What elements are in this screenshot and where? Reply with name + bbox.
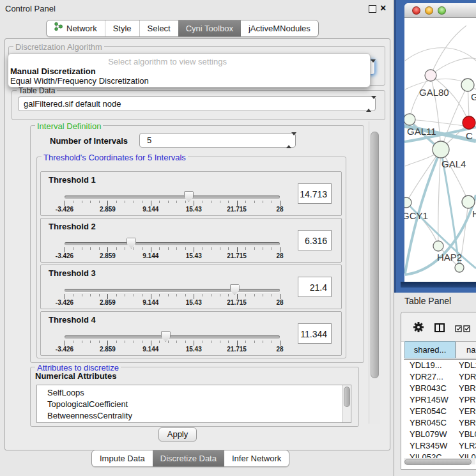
- close-icon[interactable]: ×: [380, 1, 386, 15]
- minimize-traffic-light[interactable]: [425, 6, 433, 15]
- threshold-value-field[interactable]: 6.316: [298, 230, 332, 250]
- slider-tick: [185, 201, 186, 203]
- threshold-value-field[interactable]: 14.713: [298, 183, 332, 204]
- panel-title: Control Panel: [5, 4, 56, 13]
- gear-icon[interactable]: [413, 321, 424, 333]
- slider-tick: [272, 294, 272, 296]
- network-window-titlebar[interactable]: [404, 3, 476, 18]
- threshold-slider[interactable]: [65, 242, 280, 245]
- tab-infer-network[interactable]: Infer Network: [224, 450, 289, 466]
- column-header-name[interactable]: na...: [456, 341, 476, 358]
- popup-item-equal-width-frequency[interactable]: Equal Width/Frequency Discretization: [10, 76, 149, 86]
- cell-shared-name[interactable]: YBR043C: [410, 383, 447, 393]
- slider-tick: [107, 294, 108, 299]
- popup-item-manual-discretization[interactable]: Manual Discretization: [10, 66, 96, 76]
- threshold-slider[interactable]: [65, 335, 280, 339]
- settings-scrollbar-thumb[interactable]: [371, 132, 379, 378]
- table-data-combobox[interactable]: galFiltered.sif default node: [18, 96, 376, 111]
- slider-tick-label: 15.43: [186, 299, 202, 306]
- cell-shared-name[interactable]: YDL19...: [410, 360, 442, 370]
- checkbox-icon[interactable]: [455, 325, 462, 332]
- threshold-panel-1: Threshold 1 -3.4262.8599.14415.4321.7152…: [40, 171, 342, 216]
- cell-name[interactable]: YPR1: [459, 395, 476, 404]
- slider-tick-label: -3.426: [56, 299, 73, 306]
- slider-tick-label: 28: [276, 252, 283, 259]
- slider-tick: [263, 247, 263, 250]
- attributes-list[interactable]: SelfLoopsTopologicalCoefficientBetweenne…: [36, 385, 351, 423]
- tab-select[interactable]: Select: [139, 20, 178, 36]
- attributes-list-scrollbar[interactable]: [342, 385, 351, 422]
- table-row[interactable]: YDR27...YDR2: [404, 372, 476, 383]
- cell-name[interactable]: YLR3: [459, 441, 476, 450]
- checkbox-icon[interactable]: [463, 325, 470, 332]
- tab-network[interactable]: Network: [47, 20, 105, 36]
- slider-tick-label: -3.426: [56, 346, 73, 353]
- threshold-slider[interactable]: [65, 196, 280, 199]
- table-row[interactable]: YLR345WYLR3: [404, 441, 476, 452]
- network-node-small-bottom[interactable]: [455, 263, 464, 272]
- slider-tick-label: 28: [276, 206, 283, 213]
- slider-tick: [159, 247, 160, 250]
- cell-name[interactable]: YBL0: [459, 429, 476, 439]
- cell-name[interactable]: YER0: [459, 406, 476, 416]
- threshold-panel-3: Threshold 3 -3.4262.8599.14415.4321.7152…: [40, 265, 342, 309]
- attribute-list-item[interactable]: BetweennessCentrality: [37, 410, 351, 422]
- network-node-gal80[interactable]: [425, 70, 436, 81]
- table-h-scrollbar[interactable]: [404, 458, 475, 464]
- settings-scrollbar[interactable]: [369, 121, 380, 424]
- split-panel-icon[interactable]: [434, 323, 445, 332]
- apply-button[interactable]: Apply: [158, 427, 197, 441]
- cell-name[interactable]: YDR2: [459, 372, 476, 381]
- cell-shared-name[interactable]: YBL079W: [410, 429, 447, 439]
- number-of-intervals-combobox[interactable]: 5: [139, 133, 296, 148]
- cell-shared-name[interactable]: YPR145W: [410, 395, 449, 404]
- slider-tick: [237, 247, 238, 252]
- table-header-row: shared... na...: [404, 341, 476, 360]
- table-row[interactable]: YBL079WYBL0: [404, 429, 476, 441]
- attributes-list-scrollbar-thumb[interactable]: [344, 387, 350, 407]
- zoom-traffic-light[interactable]: [438, 6, 446, 15]
- threshold-value-field[interactable]: 11.344: [298, 323, 332, 344]
- network-node-gcy1[interactable]: [404, 197, 411, 208]
- table-row[interactable]: YBR043CYBR0: [404, 383, 476, 395]
- attribute-list-item[interactable]: SelfLoops: [37, 385, 351, 399]
- table-h-scrollbar-thumb[interactable]: [404, 459, 472, 465]
- cell-shared-name[interactable]: YBR045C: [410, 418, 447, 427]
- network-graph[interactable]: GAL80GACGAL11GAL4GCY1HHAP2: [404, 17, 476, 282]
- cell-name[interactable]: YDL1: [459, 360, 476, 370]
- network-node-top-right[interactable]: [461, 79, 474, 91]
- close-traffic-light[interactable]: [412, 6, 420, 15]
- slider-tick: [65, 294, 65, 299]
- cell-name[interactable]: YBR0: [459, 418, 476, 427]
- slider-tick: [107, 201, 108, 206]
- slider-tick-label: -3.426: [56, 252, 73, 259]
- threshold-label: Threshold 4: [49, 315, 96, 325]
- table-row[interactable]: YDL19...YDL1: [404, 360, 476, 372]
- tab-impute-data[interactable]: Impute Data: [92, 450, 153, 466]
- network-node-gal4[interactable]: [433, 141, 449, 158]
- tab-discretize-data[interactable]: Discretize Data: [153, 450, 224, 466]
- tab-cyni-toolbox[interactable]: Cyni Toolbox: [178, 20, 241, 36]
- cell-shared-name[interactable]: YER054C: [410, 406, 447, 416]
- slider-tick: [125, 247, 125, 250]
- network-node-h-node[interactable]: [462, 196, 475, 208]
- cell-shared-name[interactable]: YLR345W: [410, 441, 447, 450]
- tab-style[interactable]: Style: [105, 20, 139, 36]
- network-node-gal11[interactable]: [404, 114, 415, 125]
- table-row[interactable]: YBR045CYBR0: [404, 418, 476, 429]
- slider-tick: [203, 201, 203, 203]
- attribute-list-item[interactable]: TopologicalCoefficient: [37, 399, 351, 410]
- table-row[interactable]: YER054CYER0: [404, 406, 476, 418]
- float-window-icon[interactable]: [369, 5, 376, 13]
- slider-tick: [280, 294, 280, 299]
- cell-shared-name[interactable]: YDR27...: [410, 372, 443, 381]
- network-node-hap2[interactable]: [433, 241, 443, 251]
- threshold-slider[interactable]: [65, 289, 280, 292]
- column-header-shared-name[interactable]: shared...: [404, 341, 456, 358]
- network-node-red-node[interactable]: [463, 116, 475, 129]
- threshold-value-field[interactable]: 21.4: [298, 277, 332, 297]
- table-row[interactable]: YPR145WYPR1: [404, 395, 476, 406]
- tab-jactivemnodules[interactable]: jActiveMNodules: [241, 20, 318, 36]
- slider-tick-labels: -3.4262.8599.14415.4321.71528: [65, 206, 280, 213]
- cell-name[interactable]: YBR0: [459, 383, 476, 393]
